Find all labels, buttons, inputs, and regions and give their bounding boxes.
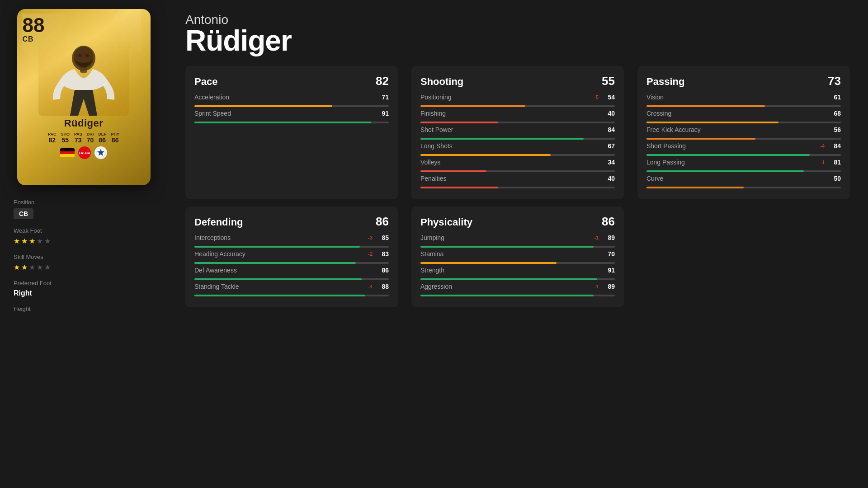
club-badge xyxy=(94,146,107,159)
pace-category: Pace 82 Acceleration71Sprint Speed91 xyxy=(185,66,398,199)
shooting-header: Shooting 55 xyxy=(420,74,615,88)
stat-name: Free Kick Accuracy xyxy=(646,126,825,133)
star-2: ★ xyxy=(21,237,28,245)
stat-bar xyxy=(420,105,525,107)
card-stat-dri: DRI70 xyxy=(87,132,94,144)
stat-bar xyxy=(420,246,594,248)
stat-bar xyxy=(646,170,804,172)
passing-header: Passing 73 xyxy=(646,74,841,88)
stat-row: Curve50 xyxy=(646,175,841,182)
stat-item: Def Awareness86 xyxy=(194,267,389,280)
shooting-label: Shooting xyxy=(420,76,463,88)
card-position: CB xyxy=(23,35,34,43)
svg-point-3 xyxy=(78,54,82,57)
svg-point-4 xyxy=(85,54,89,57)
stat-bar-container xyxy=(420,278,615,280)
card-player-name: Rüdiger xyxy=(64,117,104,129)
stat-value: 91 xyxy=(602,267,615,274)
defending-header: Defending 86 xyxy=(194,215,389,229)
stat-item: Vision61 xyxy=(646,94,841,107)
stat-item: Acceleration71 xyxy=(194,94,389,107)
stat-row: Free Kick Accuracy56 xyxy=(646,126,841,133)
shooting-attributes: Positioning-554Finishing40Shot Power84Lo… xyxy=(420,94,615,188)
pace-value: 82 xyxy=(376,74,389,88)
card-stat-pas: PAS73 xyxy=(74,132,82,144)
stat-bar xyxy=(646,187,744,188)
stat-item: Strength91 xyxy=(420,267,615,280)
stat-bar xyxy=(420,170,486,172)
stat-name: Short Passing xyxy=(646,142,812,150)
defending-label: Defending xyxy=(194,216,243,228)
star-1: ★ xyxy=(14,237,20,245)
passing-value: 73 xyxy=(828,74,841,88)
stat-bar-container xyxy=(420,154,615,156)
stat-bar-container xyxy=(646,154,841,156)
stat-bar-container xyxy=(194,105,389,107)
stat-item: Jumping-189 xyxy=(420,234,615,248)
stat-row: Sprint Speed91 xyxy=(194,110,389,117)
stat-value: 89 xyxy=(602,234,615,241)
stat-row: Penalties40 xyxy=(420,175,615,182)
stat-name: Curve xyxy=(646,175,825,182)
stat-row: Finishing40 xyxy=(420,110,615,117)
stat-value: 50 xyxy=(828,175,841,182)
stat-bar-container xyxy=(646,138,841,140)
stat-item: Long Passing-181 xyxy=(646,159,841,172)
skill-moves-group: Skill Moves ★★★★★ xyxy=(14,253,154,272)
stat-bar xyxy=(194,278,362,280)
stat-name: Positioning xyxy=(420,94,586,101)
weak-foot-stars: ★★★★★ xyxy=(14,237,154,245)
stat-bar-container xyxy=(194,278,389,280)
stat-bar-container xyxy=(420,105,615,107)
stat-bar-container xyxy=(420,295,615,296)
stat-name: Heading Accuracy xyxy=(194,250,360,258)
stat-bar xyxy=(194,122,371,123)
defending-attributes: Interceptions-385Heading Accuracy-283Def… xyxy=(194,234,389,296)
stat-name: Sprint Speed xyxy=(194,110,373,117)
stat-value: 68 xyxy=(828,110,841,117)
physicality-label: Physicality xyxy=(420,216,472,228)
stat-item: Free Kick Accuracy56 xyxy=(646,126,841,140)
star-4: ★ xyxy=(37,263,43,272)
shooting-category: Shooting 55 Positioning-554Finishing40Sh… xyxy=(411,66,624,199)
stat-value: 61 xyxy=(828,94,841,101)
stat-bar-container xyxy=(646,187,841,188)
stat-value: 83 xyxy=(376,250,389,258)
stat-value: 89 xyxy=(602,283,615,290)
card-stat-sho: SHO55 xyxy=(61,132,70,144)
card-stats-row: PAC82SHO55PAS73DRI70DEF86PHY86 xyxy=(48,132,119,144)
stat-modifier: -1 xyxy=(590,284,599,289)
stat-modifier: -4 xyxy=(816,143,825,149)
stat-item: Crossing68 xyxy=(646,110,841,123)
stat-row: Shot Power84 xyxy=(420,126,615,133)
stat-name: Strength xyxy=(420,267,599,274)
player-header: Antonio Rüdiger xyxy=(185,14,850,55)
stat-name: Long Shots xyxy=(420,142,599,150)
stat-name: Acceleration xyxy=(194,94,373,101)
star-5: ★ xyxy=(44,237,51,245)
stat-row: Heading Accuracy-283 xyxy=(194,250,389,258)
stat-name: Penalties xyxy=(420,175,599,182)
stat-bar-container xyxy=(194,122,389,123)
stat-value: 40 xyxy=(602,110,615,117)
stat-item: Stamina70 xyxy=(420,250,615,264)
card-badges: LA LIGA xyxy=(60,146,107,159)
stat-bar-container xyxy=(194,295,389,296)
stat-bar xyxy=(646,105,765,107)
stat-item: Volleys34 xyxy=(420,159,615,172)
stat-name: Crossing xyxy=(646,110,825,117)
height-label: Height xyxy=(14,305,154,312)
stat-value: 70 xyxy=(602,250,615,258)
stat-value: 81 xyxy=(828,159,841,166)
stat-item: Finishing40 xyxy=(420,110,615,123)
stat-bar-container xyxy=(646,170,841,172)
position-value: CB xyxy=(14,208,33,219)
player-info-section: Position CB Weak Foot ★★★★★ Skill Moves … xyxy=(9,190,158,320)
stat-name: Def Awareness xyxy=(194,267,373,274)
stat-row: Strength91 xyxy=(420,267,615,274)
physicality-header: Physicality 86 xyxy=(420,215,615,229)
stat-bar xyxy=(646,122,778,123)
stat-row: Interceptions-385 xyxy=(194,234,389,241)
player-card: 88 CB xyxy=(17,9,151,185)
stat-name: Aggression xyxy=(420,283,586,290)
